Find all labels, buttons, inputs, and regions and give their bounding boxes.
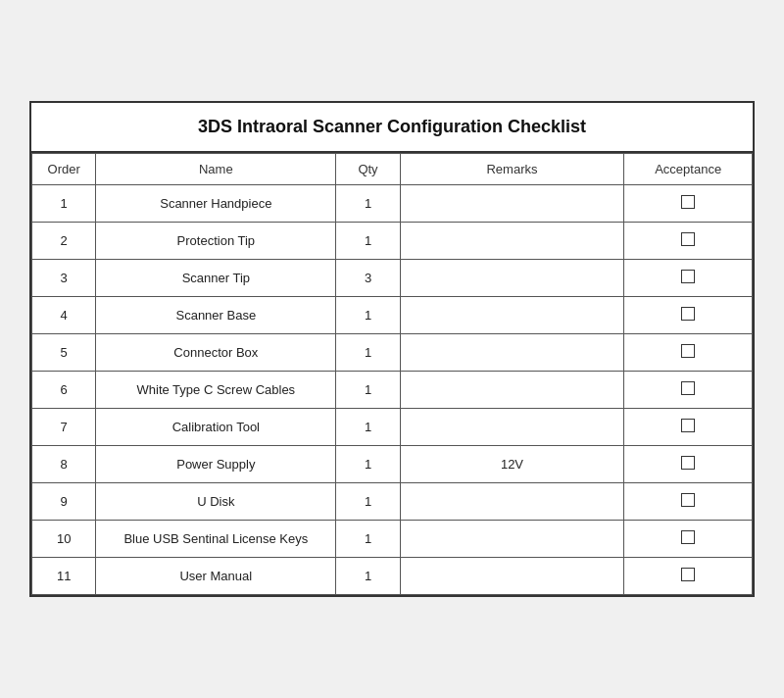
cell-acceptance (624, 297, 753, 334)
cell-name: Connector Box (96, 334, 336, 372)
cell-remarks (400, 297, 624, 334)
cell-remarks (400, 558, 624, 595)
table-row: 9U Disk1 (32, 483, 753, 521)
cell-acceptance (624, 372, 753, 409)
header-order: Order (32, 154, 96, 185)
cell-remarks (400, 372, 624, 409)
cell-remarks: 12V (400, 446, 624, 483)
cell-acceptance (624, 558, 753, 595)
cell-order: 8 (32, 446, 96, 483)
cell-order: 5 (32, 334, 96, 372)
cell-acceptance (624, 185, 753, 223)
cell-order: 11 (32, 558, 96, 595)
acceptance-checkbox[interactable] (681, 270, 695, 283)
cell-name: U Disk (96, 483, 336, 521)
cell-qty: 1 (336, 334, 400, 372)
checklist-container: 3DS Intraoral Scanner Configuration Chec… (29, 101, 755, 597)
checklist-table: Order Name Qty Remarks Acceptance 1Scann… (31, 153, 753, 595)
cell-acceptance (624, 260, 753, 297)
acceptance-checkbox[interactable] (681, 232, 695, 246)
cell-remarks (400, 409, 624, 446)
checklist-title: 3DS Intraoral Scanner Configuration Chec… (31, 103, 753, 153)
cell-qty: 1 (336, 558, 400, 595)
cell-name: Power Supply (96, 446, 336, 483)
cell-qty: 1 (336, 446, 400, 483)
acceptance-checkbox[interactable] (681, 493, 695, 507)
cell-name: Scanner Handpiece (96, 185, 336, 223)
cell-qty: 1 (336, 372, 400, 409)
cell-qty: 1 (336, 223, 400, 260)
table-row: 6White Type C Screw Cables1 (32, 372, 753, 409)
cell-qty: 1 (336, 297, 400, 334)
cell-name: Protection Tip (96, 223, 336, 260)
cell-acceptance (624, 409, 753, 446)
cell-remarks (400, 334, 624, 372)
table-row: 3Scanner Tip3 (32, 260, 753, 297)
cell-acceptance (624, 521, 753, 558)
acceptance-checkbox[interactable] (681, 195, 695, 209)
header-remarks: Remarks (400, 154, 624, 185)
cell-remarks (400, 223, 624, 260)
cell-name: Blue USB Sentinal License Keys (96, 521, 336, 558)
acceptance-checkbox[interactable] (681, 381, 695, 395)
acceptance-checkbox[interactable] (681, 419, 695, 432)
cell-qty: 1 (336, 483, 400, 521)
cell-order: 2 (32, 223, 96, 260)
cell-qty: 1 (336, 409, 400, 446)
acceptance-checkbox[interactable] (681, 530, 695, 544)
cell-name: White Type C Screw Cables (96, 372, 336, 409)
cell-acceptance (624, 483, 753, 521)
table-row: 1Scanner Handpiece1 (32, 185, 753, 223)
cell-order: 3 (32, 260, 96, 297)
header-name: Name (96, 154, 336, 185)
cell-order: 9 (32, 483, 96, 521)
cell-order: 4 (32, 297, 96, 334)
header-acceptance: Acceptance (624, 154, 753, 185)
table-row: 7Calibration Tool1 (32, 409, 753, 446)
acceptance-checkbox[interactable] (681, 344, 695, 358)
cell-remarks (400, 185, 624, 223)
cell-acceptance (624, 334, 753, 372)
table-row: 10Blue USB Sentinal License Keys1 (32, 521, 753, 558)
cell-order: 10 (32, 521, 96, 558)
acceptance-checkbox[interactable] (681, 456, 695, 470)
cell-qty: 1 (336, 185, 400, 223)
table-row: 11User Manual1 (32, 558, 753, 595)
table-row: 8Power Supply112V (32, 446, 753, 483)
cell-name: Calibration Tool (96, 409, 336, 446)
cell-order: 6 (32, 372, 96, 409)
cell-order: 1 (32, 185, 96, 223)
cell-qty: 1 (336, 521, 400, 558)
cell-remarks (400, 521, 624, 558)
cell-name: Scanner Base (96, 297, 336, 334)
header-qty: Qty (336, 154, 400, 185)
table-header-row: Order Name Qty Remarks Acceptance (32, 154, 753, 185)
table-row: 5Connector Box1 (32, 334, 753, 372)
acceptance-checkbox[interactable] (681, 307, 695, 321)
cell-qty: 3 (336, 260, 400, 297)
cell-remarks (400, 483, 624, 521)
table-row: 2Protection Tip1 (32, 223, 753, 260)
cell-acceptance (624, 223, 753, 260)
acceptance-checkbox[interactable] (681, 568, 695, 581)
table-row: 4Scanner Base1 (32, 297, 753, 334)
cell-remarks (400, 260, 624, 297)
cell-name: User Manual (96, 558, 336, 595)
cell-acceptance (624, 446, 753, 483)
cell-name: Scanner Tip (96, 260, 336, 297)
cell-order: 7 (32, 409, 96, 446)
